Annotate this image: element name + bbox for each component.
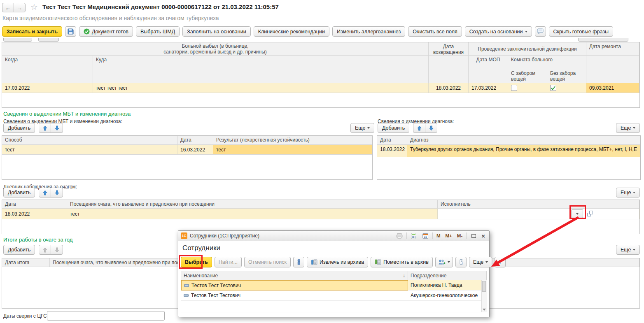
close-button[interactable]: × [481, 232, 486, 239]
move-down-button-disabled[interactable] [51, 245, 63, 255]
with-things-checkbox[interactable] [511, 85, 517, 91]
print-button[interactable] [395, 232, 404, 239]
memory-button[interactable]: M [435, 233, 442, 238]
mbt-section-title: Сведения о выделении МБТ и изменении диа… [3, 111, 131, 117]
totals-more-button[interactable]: Еще [616, 245, 640, 255]
help-button[interactable]: ? [495, 257, 506, 267]
move-up-button-disabled[interactable] [39, 245, 51, 255]
cell-executor[interactable] [438, 209, 639, 219]
col-repair-empty [586, 56, 639, 83]
col-with-things: С забором вещей [508, 69, 547, 83]
printer-icon [396, 233, 403, 239]
col-department-header[interactable]: Подразделение [408, 271, 487, 280]
list-scrollbar[interactable] [481, 280, 487, 312]
diary-add-button[interactable]: Добавить [3, 188, 35, 198]
mbt-right-more-button[interactable]: Еще [616, 123, 640, 133]
extract-archive-button[interactable]: Извлечь из архива [307, 257, 368, 267]
employees-list: Наименование ↓ Подразделение Тестов Тест… [181, 271, 487, 312]
cell-return-date[interactable]: 18.03.2022 [429, 83, 469, 93]
employee-row-name[interactable]: Тестов Тест Тестович [181, 280, 408, 290]
cell-visits[interactable]: тест [67, 209, 438, 219]
fill-on-basis-button[interactable]: Заполнить на основании [182, 26, 251, 37]
back-button[interactable]: ← [2, 3, 14, 12]
cell-result[interactable]: тест [213, 145, 372, 155]
sort-descending-icon: ↓ [403, 273, 405, 279]
more-label: Еще [621, 247, 631, 253]
cell-mop-date[interactable]: 17.03.2022 [469, 83, 508, 93]
executor-dropdown-button[interactable] [571, 209, 583, 218]
without-things-checkbox[interactable] [550, 85, 556, 91]
cell-date[interactable]: 18.03.2022 [2, 209, 67, 219]
scroll-down-icon[interactable] [483, 309, 486, 311]
maximize-button[interactable] [469, 232, 478, 239]
save-button[interactable] [65, 26, 76, 37]
move-up-button[interactable] [413, 123, 425, 133]
move-up-button[interactable] [39, 188, 51, 198]
mbt-right-table: Дата Диагноз 18.03.2022 Туберкулез други… [377, 135, 641, 180]
partial-more-button[interactable] [578, 38, 628, 42]
memory-minus-button[interactable]: M- [456, 233, 464, 238]
arrow-up-icon [43, 190, 47, 195]
forward-button[interactable]: → [14, 3, 26, 12]
totals-move-buttons [39, 245, 63, 255]
cell-date[interactable]: 18.03.2022 [377, 145, 407, 157]
employee-row-department[interactable]: Акушерско-гинекологическое [408, 290, 481, 301]
hide-ready-phrases-button[interactable]: Скрыть готовые фразы [549, 26, 613, 37]
history-nav: ← → [2, 3, 26, 12]
change-allergy-button[interactable]: Изменить аллергоанамнез [332, 26, 405, 37]
cancel-search-button[interactable]: Отменить поиск [244, 257, 291, 267]
create-on-basis-button[interactable]: Создать на основании [465, 26, 532, 37]
move-down-button[interactable] [51, 123, 63, 133]
employee-row-department[interactable]: Поликлиника Н. Тавда [408, 280, 481, 290]
cgsen-dates-input[interactable] [47, 311, 165, 321]
page-subtitle: Карта эпидемиологического обследования и… [2, 15, 219, 21]
partial-add-button[interactable] [3, 38, 32, 42]
change-allergy-label: Изменить аллергоанамнез [337, 29, 401, 35]
check-circle-icon [84, 28, 90, 35]
cell-where[interactable]: тест тест тест [93, 83, 429, 93]
calculator-button[interactable] [409, 232, 418, 239]
clear-all-fields-button[interactable]: Очистить все поля [408, 26, 462, 37]
chevron-down-icon [367, 127, 370, 129]
favorites-star-icon[interactable]: ☆ [30, 2, 38, 12]
col-when: Когда [2, 56, 93, 83]
memory-plus-button[interactable]: M+ [444, 233, 453, 238]
mbt-left-more-button[interactable]: Еще [350, 123, 374, 133]
totals-add-button[interactable]: Добавить [3, 245, 35, 255]
save-and-close-button[interactable]: Записать и закрыть [2, 26, 62, 37]
move-down-button[interactable] [425, 123, 437, 133]
scrollbar-thumb[interactable] [482, 281, 486, 292]
col-repair-date: Дата ремонта [586, 42, 639, 56]
open-item-icon[interactable] [587, 211, 593, 216]
mbt-left-add-button[interactable]: Добавить [3, 123, 35, 133]
partial-arrow-buttons[interactable] [38, 38, 59, 42]
clinical-recommendations-button[interactable]: Клинические рекомендации [254, 26, 329, 37]
search-document-button[interactable] [455, 257, 467, 267]
arrow-up-icon [43, 247, 47, 253]
find-button[interactable]: Найти... [215, 257, 242, 267]
modal-more-button[interactable]: Еще [469, 257, 492, 267]
more-label: Еще [355, 125, 365, 131]
list-settings-button[interactable] [293, 257, 304, 267]
move-down-button[interactable] [51, 188, 63, 198]
cell-method[interactable]: тест [2, 145, 177, 155]
select-button[interactable]: Выбрать [181, 257, 212, 267]
employee-row-name[interactable]: Тестов Тест Тестович [181, 290, 408, 301]
cell-repair-date[interactable]: 09.03.2021 [586, 83, 639, 93]
diary-more-button[interactable]: Еще [616, 188, 640, 198]
cell-date[interactable]: 16.03.2022 [177, 145, 213, 155]
mbt-right-add-button[interactable]: Добавить [378, 123, 409, 133]
select-shmd-button[interactable]: Выбрать ШМД [136, 26, 180, 37]
comments-button[interactable] [535, 26, 546, 37]
modal-titlebar[interactable]: 1С Сотрудники (1С:Предприятие) 31 M M+ M… [178, 231, 489, 241]
put-archive-button[interactable]: Поместить в архив [371, 257, 433, 267]
calendar-button[interactable]: 31 [421, 232, 430, 239]
move-up-button[interactable] [39, 123, 51, 133]
col-name-header[interactable]: Наименование ↓ [181, 271, 408, 280]
cell-diagnosis[interactable]: Туберкулез других органов дыхания, Прочи… [407, 145, 640, 157]
modal-window-title: Сотрудники (1С:Предприятие) [190, 233, 259, 239]
document-ready-button[interactable]: Документ готов [79, 26, 133, 37]
diary-table: Дата Посещения очага, что выявлено и пре… [2, 200, 640, 234]
add-employee-menu-button[interactable] [435, 257, 453, 267]
cell-when[interactable]: 17.03.2022 [2, 83, 93, 93]
